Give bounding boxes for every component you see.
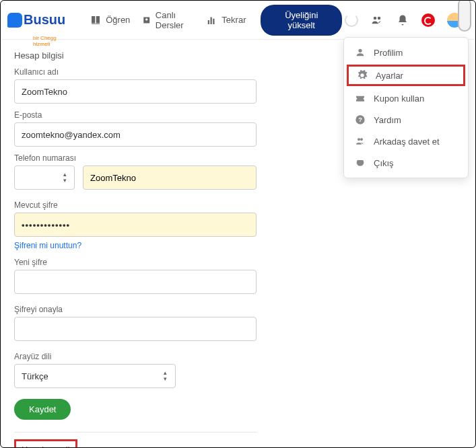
dropdown-settings[interactable]: Ayarlar bbox=[347, 65, 465, 86]
dropdown-profile-label: Profilim bbox=[374, 48, 403, 58]
delete-account-link[interactable]: Hesabımı sil bbox=[14, 439, 77, 448]
dropdown-coupon-label: Kupon kullan bbox=[374, 94, 424, 104]
phone-label: Telefon numarası bbox=[14, 153, 257, 163]
dropdown-invite-label: Arkadaş davet et bbox=[374, 137, 440, 147]
paperclip-decoration bbox=[458, 0, 471, 32]
divider bbox=[14, 432, 257, 433]
username-input[interactable] bbox=[14, 79, 257, 104]
dropdown-logout-label: Çıkış bbox=[374, 158, 394, 168]
current-password-input[interactable] bbox=[14, 213, 257, 237]
notifications-button[interactable] bbox=[396, 13, 409, 27]
new-password-input[interactable] bbox=[14, 270, 257, 294]
logo[interactable]: Busuu bir Chegg hizmeti bbox=[7, 12, 65, 28]
email-label: E-posta bbox=[14, 110, 257, 120]
save-button[interactable]: Kaydet bbox=[14, 399, 71, 420]
confirm-password-input[interactable] bbox=[14, 317, 257, 341]
language-select-wrap: ▴▾ bbox=[14, 364, 176, 388]
username-label: Kullanıcı adı bbox=[14, 67, 257, 77]
group-icon bbox=[355, 136, 366, 147]
power-icon bbox=[355, 157, 366, 168]
section-title: Hesap bilgisi bbox=[14, 50, 257, 61]
language-flag-icon[interactable] bbox=[421, 13, 435, 27]
dropdown-logout[interactable]: Çıkış bbox=[344, 152, 468, 174]
nav-live[interactable]: Canlı Dersler bbox=[142, 10, 193, 30]
book-icon bbox=[90, 14, 102, 26]
dropdown-help[interactable]: ? Yardım bbox=[344, 109, 468, 130]
phone-code-select[interactable]: ▴▾ bbox=[14, 165, 75, 190]
nav-live-label: Canlı Dersler bbox=[156, 10, 194, 30]
user-dropdown: Profilim Ayarlar Kupon kullan ? Yardım A… bbox=[343, 37, 469, 178]
svg-text:?: ? bbox=[358, 116, 362, 123]
nav-learn[interactable]: Öğren bbox=[90, 14, 130, 26]
upgrade-button[interactable]: Üyeliğini yükselt bbox=[261, 5, 342, 36]
language-select[interactable] bbox=[14, 364, 176, 388]
phone-row: ▴▾ bbox=[14, 165, 257, 190]
community-button[interactable] bbox=[370, 13, 384, 27]
bell-icon bbox=[397, 14, 409, 26]
header: Busuu bir Chegg hizmeti Öğren Canlı Ders… bbox=[1, 1, 475, 40]
people-icon bbox=[371, 14, 383, 26]
person-box-icon bbox=[142, 14, 151, 26]
logo-subtitle: bir Chegg hizmeti bbox=[33, 35, 65, 47]
email-input[interactable] bbox=[14, 122, 257, 147]
stepper-icon: ▴▾ bbox=[164, 368, 172, 384]
current-pw-label: Mevcut şifre bbox=[14, 200, 257, 210]
stepper-icon: ▴▾ bbox=[63, 169, 71, 186]
lang-label: Arayüz dili bbox=[14, 352, 257, 361]
phone-name-input[interactable] bbox=[83, 165, 257, 190]
settings-form: Hesap bilgisi Kullanıcı adı E-posta Tele… bbox=[1, 40, 270, 448]
nav-review[interactable]: Tekrar bbox=[205, 14, 246, 26]
bars-icon bbox=[205, 14, 217, 26]
dropdown-profile[interactable]: Profilim bbox=[344, 42, 468, 63]
dropdown-invite[interactable]: Arkadaş davet et bbox=[344, 130, 468, 152]
logo-text: Busuu bbox=[24, 12, 65, 28]
ticket-icon bbox=[355, 93, 366, 104]
loading-spinner-icon bbox=[345, 13, 358, 27]
forgot-password-link[interactable]: Şifreni mi unuttun? bbox=[14, 241, 81, 250]
user-icon bbox=[355, 47, 366, 58]
dropdown-settings-label: Ayarlar bbox=[376, 71, 403, 81]
logo-mark-icon bbox=[7, 13, 22, 28]
nav-learn-label: Öğren bbox=[106, 15, 130, 25]
new-pw-label: Yeni şifre bbox=[14, 258, 257, 267]
confirm-pw-label: Şifreyi onayla bbox=[14, 305, 257, 314]
main-nav: Öğren Canlı Dersler Tekrar bbox=[90, 10, 246, 30]
nav-review-label: Tekrar bbox=[222, 15, 246, 25]
dropdown-coupon[interactable]: Kupon kullan bbox=[344, 87, 468, 109]
gear-icon bbox=[357, 70, 368, 81]
dropdown-help-label: Yardım bbox=[374, 115, 401, 125]
header-right bbox=[345, 13, 469, 28]
help-icon: ? bbox=[355, 114, 366, 125]
